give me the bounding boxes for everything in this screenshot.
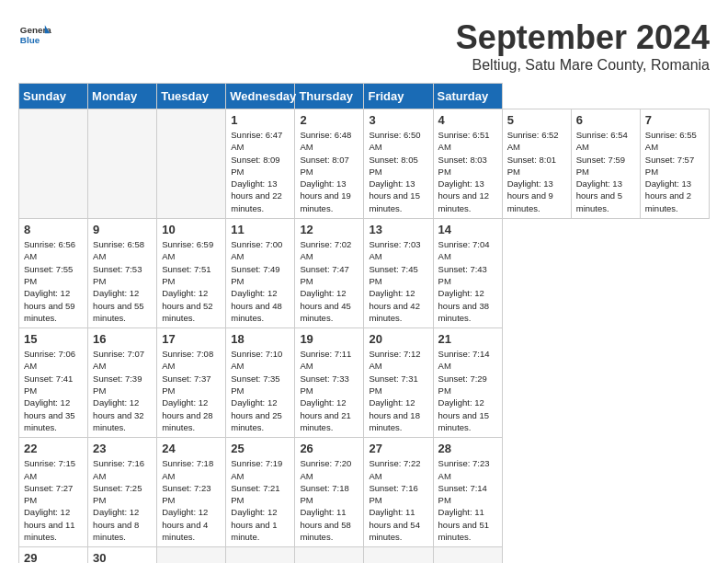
calendar-table: SundayMondayTuesdayWednesdayThursdayFrid… bbox=[18, 83, 710, 563]
calendar-cell: 11Sunrise: 7:00 AMSunset: 7:49 PMDayligh… bbox=[226, 219, 295, 328]
calendar-cell: 17Sunrise: 7:08 AMSunset: 7:37 PMDayligh… bbox=[157, 328, 226, 438]
calendar-cell bbox=[157, 547, 226, 563]
day-info: Sunrise: 6:59 AMSunset: 7:51 PMDaylight:… bbox=[162, 238, 221, 324]
day-number: 1 bbox=[231, 113, 290, 127]
day-number: 20 bbox=[369, 332, 427, 346]
calendar-cell: 29Sunrise: 7:25 AMSunset: 7:12 PMDayligh… bbox=[19, 547, 88, 563]
day-number: 22 bbox=[24, 442, 83, 455]
day-info: Sunrise: 7:08 AMSunset: 7:37 PMDaylight:… bbox=[162, 348, 221, 433]
calendar-cell: 3Sunrise: 6:50 AMSunset: 8:05 PMDaylight… bbox=[364, 109, 433, 219]
day-info: Sunrise: 7:11 AMSunset: 7:33 PMDaylight:… bbox=[300, 348, 358, 433]
day-info: Sunrise: 6:47 AMSunset: 8:09 PMDaylight:… bbox=[231, 129, 290, 214]
day-number: 29 bbox=[24, 551, 83, 563]
day-info: Sunrise: 7:22 AMSunset: 7:16 PMDaylight:… bbox=[369, 457, 427, 543]
day-info: Sunrise: 6:56 AMSunset: 7:55 PMDaylight:… bbox=[24, 238, 83, 324]
column-header-monday: Monday bbox=[88, 84, 157, 109]
day-info: Sunrise: 7:07 AMSunset: 7:39 PMDaylight:… bbox=[93, 348, 152, 433]
calendar-cell: 20Sunrise: 7:12 AMSunset: 7:31 PMDayligh… bbox=[364, 328, 433, 438]
calendar-cell: 25Sunrise: 7:19 AMSunset: 7:21 PMDayligh… bbox=[226, 438, 295, 547]
calendar-cell: 2Sunrise: 6:48 AMSunset: 8:07 PMDaylight… bbox=[295, 109, 364, 219]
day-number: 2 bbox=[300, 113, 358, 127]
day-number: 15 bbox=[24, 332, 83, 346]
calendar-cell: 10Sunrise: 6:59 AMSunset: 7:51 PMDayligh… bbox=[157, 219, 226, 328]
calendar-header-row: SundayMondayTuesdayWednesdayThursdayFrid… bbox=[19, 84, 710, 109]
column-header-saturday: Saturday bbox=[433, 84, 502, 109]
day-number: 27 bbox=[369, 442, 427, 455]
calendar-cell bbox=[157, 109, 226, 219]
calendar-cell bbox=[433, 547, 502, 563]
svg-text:Blue: Blue bbox=[20, 35, 40, 45]
day-info: Sunrise: 7:06 AMSunset: 7:41 PMDaylight:… bbox=[24, 348, 83, 433]
page-header: General Blue September 2024 Beltiug, Sat… bbox=[18, 18, 710, 74]
calendar-cell: 30Sunrise: 7:26 AMSunset: 7:10 PMDayligh… bbox=[88, 547, 157, 563]
calendar-cell bbox=[295, 547, 364, 563]
calendar-cell: 19Sunrise: 7:11 AMSunset: 7:33 PMDayligh… bbox=[295, 328, 364, 438]
calendar-cell: 5Sunrise: 6:52 AMSunset: 8:01 PMDaylight… bbox=[502, 109, 571, 219]
day-number: 28 bbox=[438, 442, 497, 455]
calendar-week-row: 8Sunrise: 6:56 AMSunset: 7:55 PMDaylight… bbox=[19, 219, 710, 328]
day-number: 19 bbox=[300, 332, 358, 346]
day-info: Sunrise: 6:54 AMSunset: 7:59 PMDaylight:… bbox=[576, 129, 635, 214]
calendar-cell: 18Sunrise: 7:10 AMSunset: 7:35 PMDayligh… bbox=[226, 328, 295, 438]
day-number: 17 bbox=[162, 332, 221, 346]
calendar-cell bbox=[364, 547, 433, 563]
day-number: 23 bbox=[93, 442, 152, 455]
calendar-cell: 13Sunrise: 7:03 AMSunset: 7:45 PMDayligh… bbox=[364, 219, 433, 328]
month-year-title: September 2024 bbox=[456, 18, 710, 57]
day-info: Sunrise: 7:16 AMSunset: 7:25 PMDaylight:… bbox=[93, 457, 152, 543]
logo: General Blue bbox=[18, 18, 51, 52]
day-info: Sunrise: 7:23 AMSunset: 7:14 PMDaylight:… bbox=[438, 457, 497, 543]
calendar-cell: 14Sunrise: 7:04 AMSunset: 7:43 PMDayligh… bbox=[433, 219, 502, 328]
calendar-cell: 4Sunrise: 6:51 AMSunset: 8:03 PMDaylight… bbox=[433, 109, 502, 219]
day-number: 7 bbox=[645, 113, 704, 127]
day-number: 13 bbox=[369, 223, 427, 236]
day-number: 12 bbox=[300, 223, 358, 236]
calendar-cell bbox=[226, 547, 295, 563]
day-number: 5 bbox=[507, 113, 566, 127]
calendar-cell: 9Sunrise: 6:58 AMSunset: 7:53 PMDaylight… bbox=[88, 219, 157, 328]
day-info: Sunrise: 7:18 AMSunset: 7:23 PMDaylight:… bbox=[162, 457, 221, 543]
calendar-cell: 24Sunrise: 7:18 AMSunset: 7:23 PMDayligh… bbox=[157, 438, 226, 547]
calendar-cell: 28Sunrise: 7:23 AMSunset: 7:14 PMDayligh… bbox=[433, 438, 502, 547]
day-number: 21 bbox=[438, 332, 497, 346]
calendar-cell: 8Sunrise: 6:56 AMSunset: 7:55 PMDaylight… bbox=[19, 219, 88, 328]
day-info: Sunrise: 7:19 AMSunset: 7:21 PMDaylight:… bbox=[231, 457, 290, 543]
day-number: 26 bbox=[300, 442, 358, 455]
column-header-wednesday: Wednesday bbox=[226, 84, 295, 109]
calendar-cell: 16Sunrise: 7:07 AMSunset: 7:39 PMDayligh… bbox=[88, 328, 157, 438]
calendar-cell: 27Sunrise: 7:22 AMSunset: 7:16 PMDayligh… bbox=[364, 438, 433, 547]
day-number: 3 bbox=[369, 113, 427, 127]
calendar-week-row: 1Sunrise: 6:47 AMSunset: 8:09 PMDaylight… bbox=[19, 109, 710, 219]
calendar-cell: 1Sunrise: 6:47 AMSunset: 8:09 PMDaylight… bbox=[226, 109, 295, 219]
calendar-cell: 6Sunrise: 6:54 AMSunset: 7:59 PMDaylight… bbox=[571, 109, 640, 219]
day-info: Sunrise: 6:52 AMSunset: 8:01 PMDaylight:… bbox=[507, 129, 566, 214]
day-info: Sunrise: 7:20 AMSunset: 7:18 PMDaylight:… bbox=[300, 457, 358, 543]
day-number: 10 bbox=[162, 223, 221, 236]
day-info: Sunrise: 6:58 AMSunset: 7:53 PMDaylight:… bbox=[93, 238, 152, 324]
day-number: 4 bbox=[438, 113, 497, 127]
location-subtitle: Beltiug, Satu Mare County, Romania bbox=[456, 57, 710, 74]
day-number: 6 bbox=[576, 113, 635, 127]
calendar-cell: 21Sunrise: 7:14 AMSunset: 7:29 PMDayligh… bbox=[433, 328, 502, 438]
day-number: 30 bbox=[93, 551, 152, 563]
calendar-cell: 7Sunrise: 6:55 AMSunset: 7:57 PMDaylight… bbox=[640, 109, 709, 219]
day-number: 8 bbox=[24, 223, 83, 236]
day-number: 11 bbox=[231, 223, 290, 236]
logo-icon: General Blue bbox=[18, 18, 51, 52]
day-info: Sunrise: 7:02 AMSunset: 7:47 PMDaylight:… bbox=[300, 238, 358, 324]
day-info: Sunrise: 6:48 AMSunset: 8:07 PMDaylight:… bbox=[300, 129, 358, 214]
day-number: 25 bbox=[231, 442, 290, 455]
day-number: 9 bbox=[93, 223, 152, 236]
day-number: 18 bbox=[231, 332, 290, 346]
day-info: Sunrise: 6:55 AMSunset: 7:57 PMDaylight:… bbox=[645, 129, 704, 214]
calendar-cell: 15Sunrise: 7:06 AMSunset: 7:41 PMDayligh… bbox=[19, 328, 88, 438]
column-header-thursday: Thursday bbox=[295, 84, 364, 109]
calendar-cell: 22Sunrise: 7:15 AMSunset: 7:27 PMDayligh… bbox=[19, 438, 88, 547]
day-info: Sunrise: 7:10 AMSunset: 7:35 PMDaylight:… bbox=[231, 348, 290, 433]
column-header-friday: Friday bbox=[364, 84, 433, 109]
calendar-week-row: 22Sunrise: 7:15 AMSunset: 7:27 PMDayligh… bbox=[19, 438, 710, 547]
calendar-week-row: 29Sunrise: 7:25 AMSunset: 7:12 PMDayligh… bbox=[19, 547, 710, 563]
calendar-cell bbox=[88, 109, 157, 219]
calendar-cell: 26Sunrise: 7:20 AMSunset: 7:18 PMDayligh… bbox=[295, 438, 364, 547]
day-info: Sunrise: 7:15 AMSunset: 7:27 PMDaylight:… bbox=[24, 457, 83, 543]
